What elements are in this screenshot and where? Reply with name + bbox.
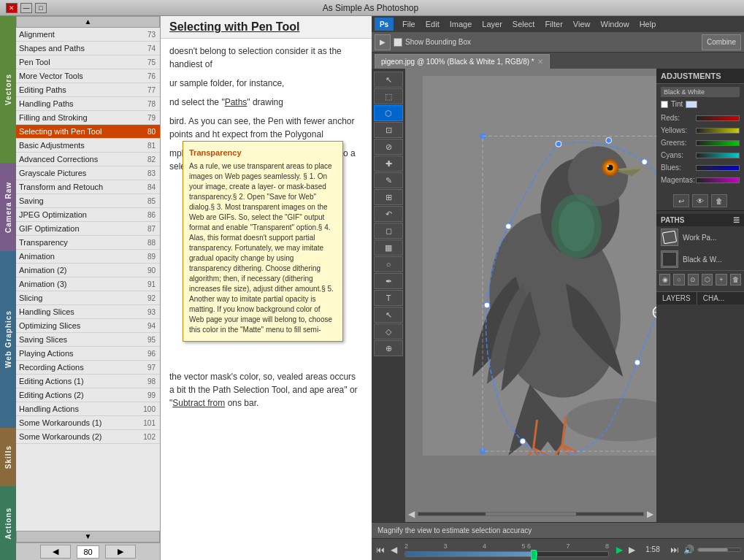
toc-prev-button[interactable]: ◀ [40,545,71,559]
toc-next-button[interactable]: ▶ [105,545,136,559]
tool-path-select[interactable]: ↖ [374,307,403,323]
tab-vectors[interactable]: Vectors [0,16,16,163]
tool-stamp[interactable]: ⊞ [374,189,403,205]
minimize-button[interactable]: — [20,3,32,13]
tool-history[interactable]: ↶ [374,206,403,222]
tl-play-button[interactable]: ▶ [615,545,624,555]
tool-shape[interactable]: ◇ [374,323,403,340]
toc-item-81[interactable]: Basic Adjustments81 [16,139,160,153]
close-button[interactable]: ✕ [6,3,18,13]
ps-canvas-tab[interactable]: pigeon.jpg @ 100% (Black & White 1, RGB/… [375,54,550,69]
toc-item-76[interactable]: More Vector Tools76 [16,69,160,83]
greens-swatch[interactable] [696,140,740,146]
menu-help[interactable]: Help [635,18,661,30]
tool-brush[interactable]: ✎ [374,172,403,188]
menu-select[interactable]: Select [508,18,540,30]
tool-gradient[interactable]: ▦ [374,239,403,256]
toc-scroll-down-button[interactable]: ▼ [16,531,160,542]
paths-link[interactable]: Paths [225,97,248,107]
toc-item-91[interactable]: Animation (3)91 [16,277,160,291]
toc-item-98[interactable]: Editing Actions (1)98 [16,375,160,388]
toc-scroll-up-button[interactable]: ▲ [16,16,160,28]
tab-camera-raw[interactable]: Camera Raw [0,163,16,251]
toc-item-80[interactable]: Selecting with Pen Tool80 [16,125,160,139]
paths-mask-button[interactable]: ⬡ [702,274,713,285]
channels-tab[interactable]: CHA... [697,292,730,304]
tab-skills[interactable]: Skills [0,428,16,487]
tool-eyedropper[interactable]: ⊘ [374,139,403,155]
reds-swatch[interactable] [696,115,740,121]
menu-image[interactable]: Image [445,18,477,30]
toc-item-79[interactable]: Filling and Stroking79 [16,111,160,125]
tl-track[interactable] [404,551,609,557]
maximize-button[interactable]: □ [35,3,47,13]
toc-item-83[interactable]: Grayscale Pictures83 [16,166,160,180]
tool-lasso[interactable]: ⬡ [374,105,403,121]
layers-tab[interactable]: LAYERS [656,292,697,304]
yellows-swatch[interactable] [696,128,740,134]
toc-item-90[interactable]: Animation (2)90 [16,264,160,277]
blues-swatch[interactable] [696,165,740,171]
paths-selection-button[interactable]: ⊙ [688,274,699,285]
menu-view[interactable]: View [569,18,595,30]
tab-web-graphics[interactable]: Web Graphics [0,251,16,428]
toc-item-96[interactable]: Playing Actions96 [16,347,160,361]
tool-eraser[interactable]: ◻ [374,223,403,239]
toc-item-101[interactable]: Some Workarounds (1)101 [16,416,160,430]
toc-item-93[interactable]: Handling Slices93 [16,305,160,319]
subtract-from-link[interactable]: Subtract from [172,398,225,408]
adj-reset-button[interactable]: ↩ [673,194,689,207]
volume-slider[interactable] [697,548,741,552]
ps-canvas[interactable]: ◀ ▶ [405,69,656,522]
toc-item-88[interactable]: Transparency88 [16,236,160,250]
toc-item-99[interactable]: Editing Actions (2)99 [16,388,160,402]
path-item-bw[interactable]: Black & W... [656,248,744,270]
menu-edit[interactable]: Edit [421,18,444,30]
toc-item-102[interactable]: Some Workarounds (2)102 [16,430,160,444]
tool-move[interactable]: ↖ [374,72,403,88]
tool-dodge[interactable]: ○ [374,256,403,272]
paths-stroke-button[interactable]: ○ [673,274,684,285]
toc-item-84[interactable]: Transform and Retouch84 [16,180,160,194]
canvas-left-arrow[interactable]: ◀ [408,509,415,519]
tool-heal[interactable]: ✚ [374,156,403,172]
adj-eye-button[interactable]: 👁 [692,194,708,207]
tool-marquee[interactable]: ⬚ [374,88,403,104]
toc-item-78[interactable]: Handling Paths78 [16,97,160,111]
menu-file[interactable]: File [398,18,420,30]
toc-item-73[interactable]: Alignment73 [16,28,160,42]
toc-item-85[interactable]: Saving85 [16,194,160,208]
selection-tool-button[interactable]: ▶ [375,34,391,50]
combine-button[interactable]: Combine [702,34,741,50]
menu-window[interactable]: Window [597,18,634,30]
tool-zoom[interactable]: ⊕ [374,340,403,356]
tl-skip-back-button[interactable]: ⏮ [375,545,386,555]
toc-item-87[interactable]: GIF Optimization87 [16,222,160,236]
toc-item-100[interactable]: Handling Actions100 [16,402,160,416]
ps-tab-close-button[interactable]: ✕ [537,58,543,66]
toc-item-75[interactable]: Pen Tool75 [16,55,160,69]
toc-item-86[interactable]: JPEG Optimization86 [16,208,160,222]
paths-delete-button[interactable]: 🗑 [730,274,741,285]
toc-item-74[interactable]: Shapes and Paths74 [16,42,160,55]
canvas-right-arrow[interactable]: ▶ [647,509,653,519]
paths-new-button[interactable]: + [716,274,726,285]
toc-item-95[interactable]: Saving Slices95 [16,333,160,347]
tint-checkbox[interactable] [661,101,668,108]
adj-trash-button[interactable]: 🗑 [711,194,727,207]
tab-actions[interactable]: Actions [0,486,16,560]
tl-next-button[interactable]: ▶ [627,545,637,555]
toc-item-94[interactable]: Optimizing Slices94 [16,319,160,333]
tl-playhead[interactable] [531,550,537,560]
toc-item-97[interactable]: Recording Actions97 [16,361,160,375]
paths-menu-icon[interactable]: ☰ [733,216,740,224]
tool-pen[interactable]: ✒ [374,273,403,289]
toc-item-82[interactable]: Advanced Corrections82 [16,153,160,166]
tool-type[interactable]: T [374,290,403,306]
paths-fill-button[interactable]: ◉ [659,274,670,285]
cyans-swatch[interactable] [696,153,740,158]
menu-filter[interactable]: Filter [540,18,567,30]
canvas-scrollbar[interactable] [418,512,644,516]
menu-layer[interactable]: Layer [478,18,507,30]
magentas-swatch[interactable] [696,177,740,183]
